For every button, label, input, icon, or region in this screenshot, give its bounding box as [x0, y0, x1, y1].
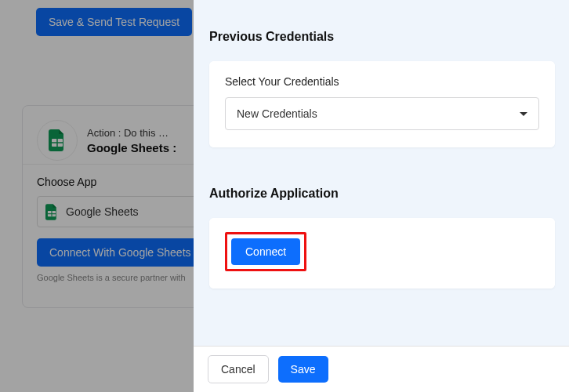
previous-credentials-body: Select Your Credentials New Credentials: [209, 61, 555, 147]
connect-button[interactable]: Connect: [231, 238, 300, 265]
credentials-select-value: New Credentials: [237, 107, 317, 120]
credentials-select[interactable]: New Credentials: [225, 97, 539, 130]
save-button[interactable]: Save: [278, 356, 328, 383]
authorize-application-heading: Authorize Application: [209, 169, 555, 218]
select-credentials-label: Select Your Credentials: [225, 75, 539, 88]
previous-credentials-panel: Select Your Credentials New Credentials: [209, 61, 555, 147]
chevron-down-icon: [520, 112, 527, 116]
cancel-button[interactable]: Cancel: [208, 355, 269, 383]
modal-body: Previous Credentials Select Your Credent…: [194, 0, 569, 346]
authorize-application-panel: Connect: [209, 218, 555, 289]
previous-credentials-heading: Previous Credentials: [209, 14, 555, 61]
connect-highlight: Connect: [225, 232, 306, 271]
modal-footer: Cancel Save: [194, 346, 569, 392]
credentials-modal: Previous Credentials Select Your Credent…: [194, 0, 569, 392]
authorize-application-body: Connect: [209, 218, 555, 289]
